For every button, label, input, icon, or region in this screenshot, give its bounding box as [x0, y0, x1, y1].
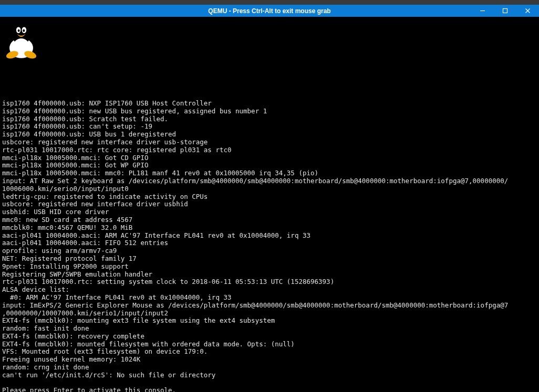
minimize-button[interactable] — [471, 5, 494, 17]
boot-log: isp1760 4f000000.usb: NXP ISP1760 USB Ho… — [2, 100, 539, 392]
svg-point-9 — [18, 29, 20, 32]
terminal-content: isp1760 4f000000.usb: NXP ISP1760 USB Ho… — [1, 50, 539, 392]
maximize-button[interactable] — [494, 5, 516, 17]
host-menubar — [0, 0, 539, 5]
window-controls — [471, 5, 539, 17]
window-titlebar: QEMU - Press Ctrl-Alt to exit mouse grab — [0, 5, 539, 17]
svg-rect-1 — [503, 9, 507, 13]
window-title: QEMU - Press Ctrl-Alt to exit mouse grab — [208, 7, 330, 15]
close-button[interactable] — [516, 5, 539, 17]
tux-logo-icon — [4, 20, 38, 59]
svg-point-10 — [23, 29, 25, 32]
terminal-viewport[interactable]: isp1760 4f000000.usb: NXP ISP1760 USB Ho… — [0, 17, 539, 392]
